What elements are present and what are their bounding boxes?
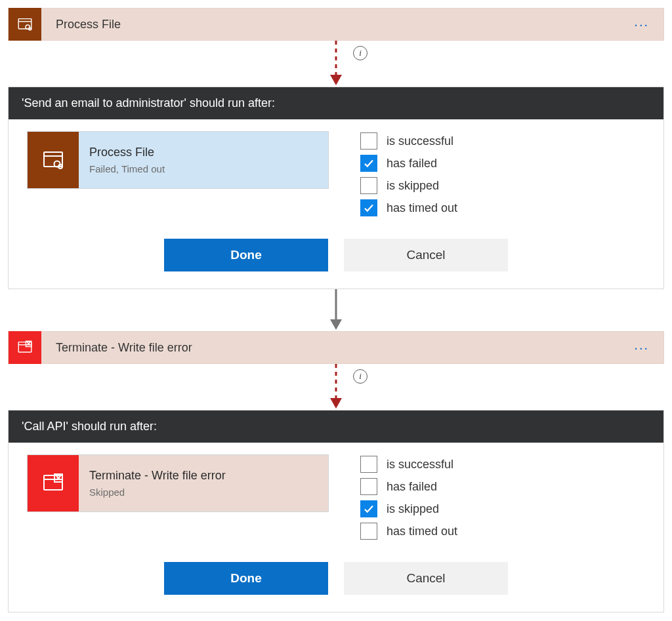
checkbox-label: has failed: [387, 480, 437, 494]
panel-header: 'Call API' should run after:: [9, 411, 663, 443]
checkbox-label: is successful: [387, 134, 453, 148]
done-button[interactable]: Done: [164, 239, 328, 271]
checkbox-label: is skipped: [387, 502, 439, 516]
checkbox-has-timed-out[interactable]: [360, 523, 377, 540]
dependency-card[interactable]: Process File Failed, Timed out: [27, 131, 329, 189]
checkbox-has-failed[interactable]: [360, 478, 377, 495]
scope-icon: [9, 8, 41, 41]
action-process-file[interactable]: Process File ···: [8, 8, 664, 41]
action-title: Terminate - Write file error: [41, 341, 663, 355]
checkbox-label: has failed: [387, 157, 437, 170]
dependency-status: Failed, Timed out: [89, 163, 318, 174]
run-after-checkboxes: is successful has failed is skipped has …: [360, 454, 457, 540]
svg-marker-10: [330, 75, 342, 85]
run-after-panel-2: 'Call API' should run after: Terminate -…: [8, 410, 664, 612]
svg-marker-14: [330, 398, 342, 409]
cancel-button[interactable]: Cancel: [344, 239, 508, 271]
checkbox-label: is successful: [387, 458, 453, 471]
checkbox-is-skipped[interactable]: [360, 500, 377, 517]
action-title: Process File: [41, 18, 663, 31]
connector-run-after: i: [8, 364, 664, 410]
checkbox-label: is skipped: [387, 179, 439, 193]
done-button[interactable]: Done: [164, 562, 328, 595]
checkbox-is-skipped[interactable]: [360, 177, 377, 194]
terminate-icon: [9, 331, 41, 364]
info-icon[interactable]: i: [353, 46, 368, 60]
checkbox-is-successful[interactable]: [360, 456, 377, 473]
checkbox-is-successful[interactable]: [360, 132, 377, 150]
checkbox-label: has timed out: [387, 201, 457, 215]
dependency-card[interactable]: Terminate - Write file error Skipped: [27, 454, 329, 512]
scope-icon: [28, 132, 79, 188]
svg-marker-12: [330, 319, 342, 330]
dependency-title: Process File: [89, 146, 318, 159]
checkbox-has-failed[interactable]: [360, 155, 377, 172]
action-terminate[interactable]: Terminate - Write file error ···: [8, 331, 664, 364]
dependency-title: Terminate - Write file error: [89, 469, 318, 483]
cancel-button[interactable]: Cancel: [344, 562, 508, 595]
more-menu-button[interactable]: ···: [634, 340, 649, 355]
run-after-checkboxes: is successful has failed is skipped has …: [360, 131, 457, 216]
terminate-icon: [28, 455, 79, 511]
info-icon[interactable]: i: [353, 369, 368, 384]
more-menu-button[interactable]: ···: [634, 17, 649, 32]
connector-default: [8, 289, 664, 331]
checkbox-label: has timed out: [387, 525, 457, 538]
checkbox-has-timed-out[interactable]: [360, 199, 377, 216]
dependency-status: Skipped: [89, 487, 318, 498]
panel-header: 'Send an email to administrator' should …: [9, 87, 663, 119]
run-after-panel-1: 'Send an email to administrator' should …: [8, 87, 664, 289]
connector-run-after: i: [8, 41, 664, 87]
